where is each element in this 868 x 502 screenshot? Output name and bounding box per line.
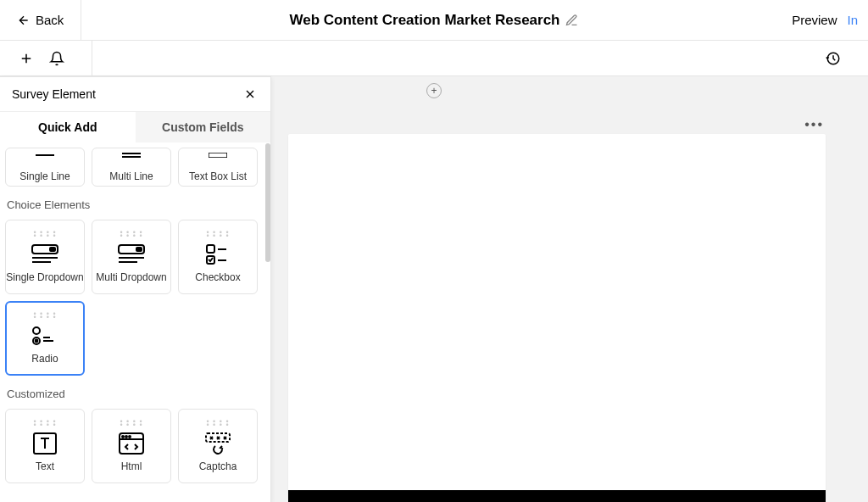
tile-label: Multi Dropdown	[96, 271, 166, 283]
section-choice-elements: Choice Elements	[7, 198, 265, 211]
tile-single-dropdown[interactable]: • • • •• • • • Single Dropdown	[5, 220, 85, 294]
toolbar	[0, 41, 868, 76]
arrow-left-icon	[17, 14, 31, 27]
drag-handle-icon: • • • •• • • •	[33, 231, 56, 237]
choice-elements-row: • • • •• • • • Single Dropdown • • • •• …	[5, 220, 265, 376]
text-box-list-icon	[209, 153, 227, 158]
canvas-footer-bar	[288, 490, 826, 502]
drag-handle-icon: • • • •• • • •	[33, 312, 56, 319]
multi-dropdown-icon	[116, 243, 147, 266]
survey-element-panel: Survey Element Quick Add Custom Fields S…	[0, 76, 271, 502]
plus-icon	[19, 51, 34, 66]
drag-handle-icon: • • • •• • • •	[206, 231, 229, 237]
back-label: Back	[36, 13, 64, 27]
tile-captcha[interactable]: • • • •• • • • Captcha	[178, 409, 258, 483]
drag-handle-icon: • • • •• • • •	[206, 420, 229, 427]
tile-text[interactable]: • • • •• • • • Text	[5, 409, 85, 483]
tile-radio[interactable]: • • • •• • • • Radio	[5, 301, 85, 376]
tile-multi-line[interactable]: Multi Line	[92, 148, 171, 187]
history-button[interactable]	[822, 47, 844, 70]
svg-point-16	[125, 436, 127, 438]
close-icon	[243, 87, 257, 101]
in-button[interactable]: In	[847, 13, 858, 27]
tile-text-box-list[interactable]: Text Box List	[178, 148, 258, 187]
text-elements-row: Single Line Multi Line Text Box List	[5, 148, 265, 187]
svg-point-10	[33, 327, 40, 334]
svg-rect-3	[209, 153, 227, 158]
tile-checkbox[interactable]: • • • •• • • • Checkbox	[178, 220, 258, 294]
top-bar: Back Web Content Creation Market Researc…	[0, 0, 868, 41]
divider	[92, 41, 92, 76]
panel-header: Survey Element	[0, 77, 270, 112]
tile-label: Radio	[31, 353, 58, 365]
tile-label: Checkbox	[195, 271, 240, 283]
history-icon	[826, 51, 841, 66]
html-icon	[116, 432, 147, 455]
svg-rect-7	[136, 248, 142, 251]
svg-rect-5	[50, 248, 55, 251]
page-title-wrap: Web Content Creation Market Research	[290, 12, 579, 29]
canvas-more-button[interactable]: •••	[804, 117, 824, 132]
close-button[interactable]	[242, 86, 259, 103]
page-title: Web Content Creation Market Research	[290, 12, 560, 29]
section-customized: Customized	[7, 388, 265, 400]
svg-rect-0	[36, 154, 54, 156]
svg-rect-1	[122, 153, 141, 154]
tab-custom-fields[interactable]: Custom Fields	[136, 112, 271, 142]
customized-row: • • • •• • • • Text • • • •• • • • Html …	[5, 409, 265, 483]
panel-title: Survey Element	[12, 87, 96, 101]
tile-label: Multi Line	[109, 170, 153, 182]
canvas-card[interactable]	[288, 134, 826, 499]
tile-label: Text	[36, 460, 54, 472]
tile-label: Single Dropdown	[6, 271, 83, 283]
tile-html[interactable]: • • • •• • • • Html	[92, 409, 171, 483]
add-button[interactable]	[15, 47, 37, 70]
svg-rect-8	[207, 245, 214, 253]
scrollbar[interactable]	[265, 143, 270, 262]
captcha-icon	[203, 432, 233, 455]
preview-button[interactable]: Preview	[792, 13, 837, 27]
panel-body: Single Line Multi Line Text Box List Cho…	[0, 142, 270, 494]
drag-handle-icon: • • • •• • • •	[33, 420, 56, 427]
svg-rect-2	[122, 156, 141, 158]
radio-icon	[30, 324, 60, 348]
tile-label: Html	[121, 460, 142, 472]
multi-line-icon	[122, 153, 141, 158]
text-icon	[30, 432, 60, 455]
svg-point-12	[36, 340, 38, 343]
svg-point-17	[129, 436, 131, 438]
tile-label: Captcha	[199, 460, 237, 472]
tile-label: Single Line	[19, 170, 70, 182]
divider	[81, 0, 81, 41]
back-button[interactable]: Back	[10, 9, 70, 31]
tile-multi-dropdown[interactable]: • • • •• • • • Multi Dropdown	[92, 220, 171, 294]
header-actions: Preview In	[792, 13, 858, 27]
drag-handle-icon: • • • •• • • •	[120, 231, 142, 237]
notifications-button[interactable]	[46, 47, 68, 70]
checkbox-icon	[203, 243, 233, 266]
canvas-add-button[interactable]: +	[426, 83, 442, 98]
svg-point-15	[122, 436, 124, 438]
tab-quick-add[interactable]: Quick Add	[0, 112, 136, 142]
tile-label: Text Box List	[189, 170, 247, 182]
bell-icon	[49, 51, 64, 66]
panel-tabs: Quick Add Custom Fields	[0, 112, 270, 142]
drag-handle-icon: • • • •• • • •	[120, 420, 142, 427]
single-line-icon	[36, 153, 54, 158]
tile-single-line[interactable]: Single Line	[5, 148, 85, 187]
single-dropdown-icon	[30, 243, 60, 266]
edit-icon[interactable]	[565, 14, 578, 27]
